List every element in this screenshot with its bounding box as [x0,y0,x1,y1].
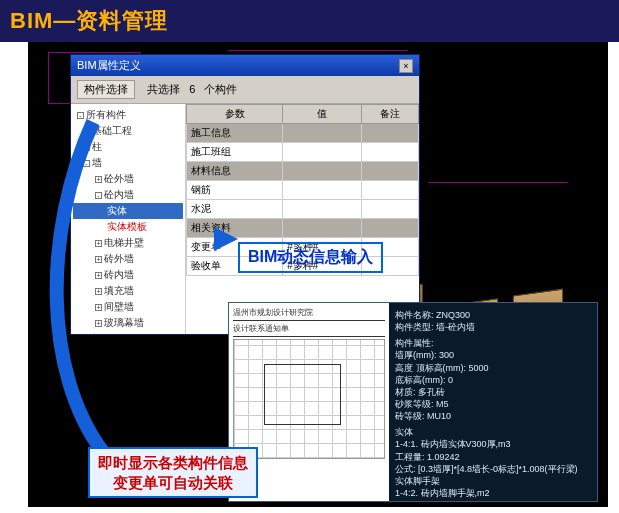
grid-row[interactable]: 水泥 [187,200,419,219]
callout-result: 即时显示各类构件信息 变更单可自动关联 [88,447,258,498]
callout-bim-input: BIM动态信息输入 [238,242,383,273]
close-icon[interactable]: × [399,59,413,73]
slide-content: BIM属性定义 × 构件选择 共选择 6 个构件 -所有构件+基础工程+柱-墙+… [28,42,608,507]
select-component-button[interactable]: 构件选择 [77,80,135,99]
grid-row[interactable]: 施工班组 [187,143,419,162]
slide-title: BIM—资料管理 [0,0,619,42]
component-specs: 构件名称: ZNQ300 构件类型: 墙-砼内墙 构件属性: 墙厚(mm): 3… [389,303,597,501]
select-count-label: 共选择 6 个构件 [147,82,237,97]
grid-header: 备注 [362,105,419,124]
dialog-titlebar[interactable]: BIM属性定义 × [71,55,419,76]
grid-header: 值 [283,105,362,124]
arrow-tree-to-result [33,112,153,486]
arrow-grid-to-input [214,227,254,261]
svg-marker-1 [214,227,238,251]
dialog-toolbar: 构件选择 共选择 6 个构件 [71,76,419,104]
grid-row[interactable]: 钢筋 [187,181,419,200]
grid-header: 参数 [187,105,283,124]
grid-row[interactable]: 施工信息 [187,124,419,143]
grid-row[interactable]: 材料信息 [187,162,419,181]
property-grid[interactable]: 参数值备注 施工信息施工班组材料信息钢筋水泥相关资料变更单#多种#验收单#多种# [186,104,419,334]
detail-panel: 温州市规划设计研究院 设计联系通知单 构件名称: ZNQ300 构件类型: 墙-… [228,302,598,502]
dialog-title: BIM属性定义 [77,58,141,73]
